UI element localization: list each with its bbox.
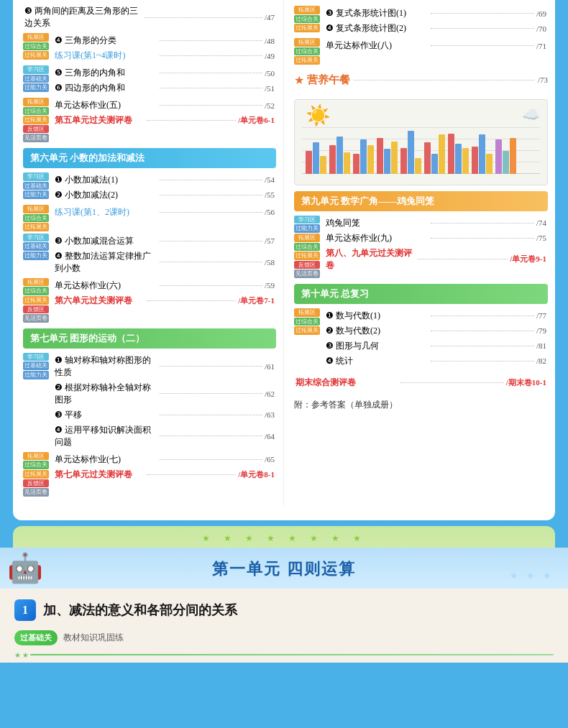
label-tuo: 拓展区 — [294, 234, 320, 242]
toc-row: ❸ 小数加减混合运算 /57 — [53, 234, 276, 249]
page-num: /47 — [265, 13, 275, 22]
dots — [160, 105, 262, 106]
page-num: /71 — [536, 42, 546, 50]
unit7-header: 第七单元 图形的运动（二） — [23, 328, 276, 349]
bar — [439, 134, 445, 174]
dots — [160, 195, 262, 195]
item-label: ❸ 两角间的距离及三角形的三边关系 — [24, 5, 142, 29]
dots — [160, 180, 262, 180]
page-num: /74 — [536, 218, 546, 227]
bar — [391, 142, 398, 174]
label-zonghe: 过综合关 — [294, 15, 320, 24]
bar — [367, 145, 374, 174]
item-label: ❶ 小数加减法(1) — [55, 174, 157, 186]
item-label: ❹ 运用平移知识解决面积问题 — [55, 424, 157, 448]
side-label-group-7: 拓展区 过综合关 过拓展关 反馈区 见活页卷 单元达标作业(六) /59 第六单… — [23, 278, 276, 323]
toc-row: ❹ 整数加法运算定律推广到小数 /58 — [53, 249, 276, 276]
label-tuo: 拓展区 — [23, 33, 49, 42]
item-label: ❷ 根据对称轴补全轴对称图形 — [55, 382, 157, 406]
side-items: 练习课(第1、2课时) /56 — [53, 205, 276, 231]
side-items: ❺ 三角形的内角和 /50 ❻ 四边形的内角和 /51 — [53, 65, 276, 96]
dots — [400, 382, 503, 383]
dots — [160, 436, 262, 436]
item-label: 练习课(第1、2课时) — [55, 206, 157, 218]
page-num: /77 — [536, 311, 546, 320]
bar-chart-group — [306, 127, 536, 174]
bar — [408, 131, 414, 174]
side-labels: 拓展区 过综合关 过拓展关 反馈区 见活页卷 — [23, 98, 49, 142]
bar — [495, 139, 502, 174]
label-tuo: 拓展区 — [294, 38, 320, 47]
side-items: ❶ 轴对称和轴对称图形的性质 /61 ❷ 根据对称轴补全轴对称图形 /62 ❸ … — [53, 353, 276, 450]
section-desc: 教材知识巩固练 — [63, 632, 124, 644]
label-jian: 见活页卷 — [23, 134, 49, 142]
toc-container: ❸ 两角间的距离及三角形的三边关系 /47 拓展区 过综合关 过拓展关 ❹ 三角… — [13, 0, 555, 520]
sun-icon: ☀️ — [306, 103, 331, 127]
side-labels: 学习区 过基础关 过能力关 — [23, 65, 49, 96]
label-nengli: 过能力关 — [294, 224, 320, 233]
page-num: /79 — [536, 326, 546, 335]
nutrition-page: /73 — [538, 75, 548, 84]
label-zonghe: 过综合关 — [23, 287, 49, 295]
toc-row: 期末综合测评卷 /期末卷10-1 — [294, 375, 548, 390]
unit6-label: 第六单元 小数的加法和减法 — [30, 152, 145, 165]
toc-row: 鸡兔同笼 /74 — [324, 216, 548, 231]
side-items: ❹ 三角形的分类 /48 练习课(第1~4课时) /49 — [53, 33, 276, 63]
page-num: /单元卷7-1 — [238, 295, 275, 306]
toc-row: 第五单元过关测评卷 /单元卷6-1 — [53, 113, 276, 128]
item-label: ❸ 图形与几何 — [326, 340, 429, 352]
side-items: 单元达标作业(八) /71 — [324, 38, 548, 65]
toc-row: ❸ 图形与几何 /81 — [324, 338, 548, 354]
star-small-2: ★ — [22, 651, 29, 659]
bar-group — [377, 138, 398, 174]
final-exam-section: 期末综合测评卷 /期末卷10-1 — [294, 371, 548, 393]
toc-row: 单元达标作业(九) /75 — [324, 231, 548, 246]
label-tuo2: 过拓展关 — [294, 252, 320, 260]
label-tuo2: 过拓展关 — [23, 296, 49, 305]
bar-group — [353, 139, 374, 174]
side-items: 鸡兔同笼 /74 单元达标作业(九) /75 第八、九单元过关测评卷 /单元卷9… — [324, 216, 548, 278]
lesson-badge: 1 — [14, 599, 36, 621]
dots — [160, 40, 262, 41]
label-xuexi: 学习区 — [23, 172, 49, 181]
label-tuo2: 过拓展关 — [23, 116, 49, 124]
dots — [354, 80, 534, 80]
dots — [160, 366, 262, 367]
toc-row: ❸ 平移 /63 — [53, 407, 276, 423]
dots — [160, 459, 262, 460]
page-num: /64 — [265, 432, 275, 441]
label-zonghe: 过综合关 — [23, 42, 49, 51]
side-items: ❸ 复式条形统计图(1) /69 ❹ 复式条形统计图(2) /70 — [324, 6, 548, 36]
side-label-group-r3: 学习区 过能力关 拓展区 过综合关 过拓展关 反馈区 见活页卷 鸡兔同笼 /74 — [294, 216, 548, 278]
toc-row: 第七单元过关测评卷 /单元卷8-1 — [53, 467, 276, 482]
item-label: 单元达标作业(七) — [55, 453, 157, 466]
page-num: /单元卷9-1 — [510, 254, 546, 264]
label-tuo: 拓展区 — [294, 6, 320, 14]
page-num: /59 — [265, 281, 275, 290]
unit10-header: 第十单元 总复习 — [294, 284, 548, 304]
label-jichi: 过基础关 — [23, 242, 49, 251]
item-label: 第七单元过关测评卷 — [55, 469, 145, 481]
dots — [147, 120, 237, 121]
toc-row: 单元达标作业(六) /59 — [53, 278, 276, 293]
item-label: ❹ 三角形的分类 — [55, 34, 157, 47]
item-label: 单元达标作业(六) — [55, 280, 157, 292]
dots — [418, 259, 508, 259]
unit9-header: 第九单元 数学广角——鸡兔同笼 — [294, 191, 548, 211]
unit9-label: 第九单元 数学广角——鸡兔同笼 — [301, 195, 434, 208]
side-label-group-9: 拓展区 过综合关 过拓展关 反馈区 见活页卷 单元达标作业(七) /65 第七单… — [23, 452, 276, 497]
label-fankui: 反馈区 — [23, 125, 49, 134]
label-jian: 见活页卷 — [23, 488, 49, 497]
toc-row: ❷ 小数加减法(2) /55 — [53, 188, 276, 203]
label-zonghe: 过综合关 — [294, 243, 320, 252]
page-num: /51 — [265, 84, 275, 93]
label-jian: 见活页卷 — [23, 314, 49, 323]
main-content: ❸ 两角间的距离及三角形的三边关系 /47 拓展区 过综合关 过拓展关 ❹ 三角… — [0, 0, 568, 663]
side-items: ❸ 小数加减混合运算 /57 ❹ 整数加法运算定律推广到小数 /58 — [53, 234, 276, 276]
dots — [147, 300, 237, 301]
item-label: ❶ 轴对称和轴对称图形的性质 — [55, 354, 157, 379]
bar — [415, 158, 421, 174]
toc-row: ❶ 小数加减法(1) /54 — [53, 172, 276, 188]
bar — [353, 154, 359, 174]
unit-title: 第一单元 四则运算 — [14, 558, 554, 580]
